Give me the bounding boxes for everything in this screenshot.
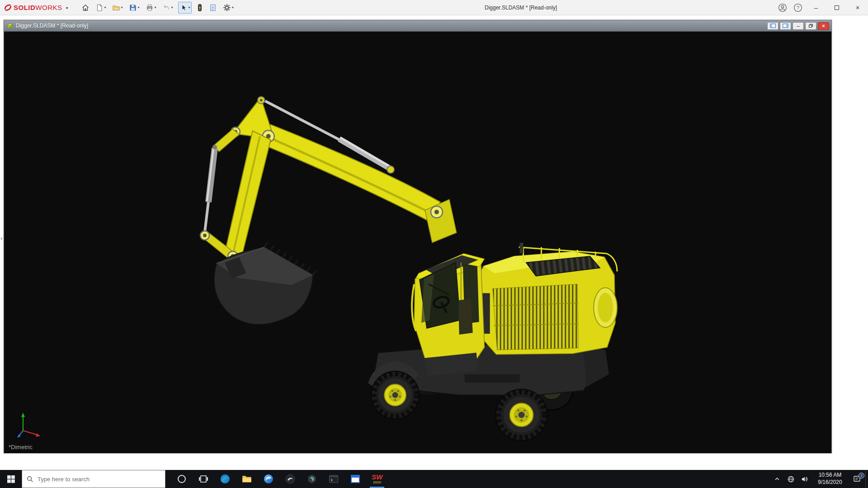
document-title: Digger.SLDASM * [Read-only] bbox=[16, 23, 88, 29]
screen: SOLIDWORKS ▸ ▾ bbox=[0, 0, 868, 488]
windows-taskbar: SW 2020 bbox=[0, 470, 868, 488]
round-app-button[interactable] bbox=[279, 470, 301, 488]
network-button[interactable] bbox=[784, 470, 797, 488]
document-titlebar[interactable]: Digger.SLDASM * [Read-only] – bbox=[4, 20, 831, 31]
task-view-button[interactable] bbox=[193, 470, 214, 488]
cortana-button[interactable] bbox=[171, 470, 193, 488]
account-icon bbox=[778, 3, 788, 13]
file-explorer-icon bbox=[241, 474, 252, 484]
pane-right-button[interactable] bbox=[780, 22, 791, 30]
start-button[interactable] bbox=[0, 470, 22, 488]
help-icon: ? bbox=[793, 3, 803, 13]
rebuild-stoplight-icon bbox=[197, 4, 203, 12]
view-orientation-label: *Dimetric bbox=[9, 444, 33, 450]
show-desktop-button[interactable] bbox=[865, 470, 868, 488]
system-tray: 10:56 AM 9/16/2020 2 bbox=[770, 470, 868, 488]
save-icon bbox=[129, 4, 137, 12]
brand-expand-arrow-icon[interactable]: ▸ bbox=[66, 5, 69, 10]
rebuild-button[interactable] bbox=[196, 2, 204, 13]
browser-button[interactable] bbox=[258, 470, 279, 488]
notification-badge: 2 bbox=[859, 473, 864, 479]
select-tool-button[interactable]: ▾ bbox=[178, 2, 192, 14]
pane-left-button[interactable] bbox=[767, 22, 778, 30]
undo-button[interactable]: ▾ bbox=[161, 2, 174, 13]
options-dropdown-arrow-icon[interactable]: ▾ bbox=[232, 5, 234, 9]
maximize-button[interactable] bbox=[826, 0, 847, 15]
brand-text: SOLIDWORKS bbox=[14, 4, 62, 11]
open-button[interactable]: ▾ bbox=[111, 2, 124, 13]
doc-close-button[interactable]: × bbox=[818, 22, 829, 30]
file-explorer-button[interactable] bbox=[236, 470, 258, 488]
taskbar-search[interactable] bbox=[22, 470, 165, 488]
app-title: Digger.SLDASM * [Read-only] bbox=[485, 0, 557, 15]
tray-expand-button[interactable] bbox=[770, 470, 784, 488]
search-input[interactable] bbox=[38, 476, 146, 483]
new-document-button[interactable]: ▾ bbox=[94, 2, 107, 13]
save-dropdown-arrow-icon[interactable]: ▾ bbox=[138, 5, 140, 9]
doc-minimize-button[interactable]: – bbox=[793, 22, 804, 30]
doc-restore-icon bbox=[809, 24, 813, 28]
front-wheel bbox=[371, 371, 419, 419]
terminal-icon bbox=[328, 474, 339, 484]
network-globe-icon bbox=[787, 475, 795, 483]
close-button[interactable]: × bbox=[847, 0, 868, 15]
chevron-up-icon bbox=[774, 476, 780, 482]
volume-button[interactable] bbox=[797, 470, 811, 488]
browser-icon bbox=[263, 474, 274, 484]
speaker-icon bbox=[801, 475, 808, 483]
edge-icon bbox=[220, 474, 231, 484]
orientation-triad bbox=[14, 411, 46, 441]
help-button[interactable]: ? bbox=[790, 0, 806, 15]
print-dropdown-arrow-icon[interactable]: ▾ bbox=[155, 5, 156, 9]
graphics-viewport[interactable]: *Dimetric bbox=[4, 31, 831, 453]
undo-icon bbox=[162, 4, 170, 12]
options-button[interactable]: ▾ bbox=[222, 2, 235, 13]
edrawings-hexagon-icon bbox=[307, 474, 317, 484]
new-document-icon bbox=[95, 4, 104, 12]
action-center-button[interactable]: 2 bbox=[849, 470, 865, 488]
window-app-button[interactable] bbox=[344, 470, 366, 488]
account-button[interactable] bbox=[775, 0, 790, 15]
quick-access-toolbar: ▾ ▾ ▾ bbox=[80, 0, 235, 15]
edge-button[interactable] bbox=[214, 470, 236, 488]
options-gear-icon bbox=[223, 4, 231, 12]
terminal-button[interactable] bbox=[323, 470, 344, 488]
document-window: Digger.SLDASM * [Read-only] – bbox=[4, 20, 832, 453]
window-app-icon bbox=[350, 474, 361, 484]
assembly-document-icon bbox=[6, 22, 14, 29]
doc-restore-button[interactable] bbox=[805, 22, 816, 30]
print-button[interactable]: ▾ bbox=[145, 2, 157, 13]
minimize-button[interactable]: – bbox=[806, 0, 826, 15]
print-icon bbox=[146, 4, 154, 12]
select-cursor-icon bbox=[179, 4, 188, 12]
pane-right-icon bbox=[783, 23, 788, 28]
clock-date: 9/16/2020 bbox=[811, 479, 849, 486]
file-properties-icon bbox=[209, 4, 217, 12]
svg-text:?: ? bbox=[797, 5, 799, 10]
cortana-icon bbox=[177, 474, 187, 484]
round-app-icon bbox=[285, 474, 296, 484]
undo-dropdown-arrow-icon[interactable]: ▾ bbox=[171, 5, 173, 9]
featuremanager-collapse-arrow[interactable]: ‹ bbox=[0, 235, 3, 241]
home-button[interactable] bbox=[80, 2, 90, 13]
titlebar-right: ? – × bbox=[775, 0, 868, 15]
edrawings-button[interactable] bbox=[301, 470, 323, 488]
solidworks-brand[interactable]: SOLIDWORKS ▸ bbox=[4, 3, 69, 12]
open-dropdown-arrow-icon[interactable]: ▾ bbox=[121, 5, 123, 9]
task-view-icon bbox=[198, 474, 208, 484]
app-titlebar: SOLIDWORKS ▸ ▾ bbox=[0, 0, 868, 15]
file-properties-button[interactable] bbox=[208, 2, 218, 13]
rear-wheel bbox=[496, 389, 547, 441]
excavator-model bbox=[4, 32, 831, 453]
solidworks-app-button[interactable]: SW 2020 bbox=[366, 470, 388, 488]
clock-time: 10:56 AM bbox=[811, 472, 849, 479]
maximize-icon bbox=[835, 5, 839, 10]
solidworks-logo-icon bbox=[4, 3, 12, 12]
home-icon bbox=[81, 4, 90, 12]
solidworks-taskbar-icon: SW 2020 bbox=[372, 474, 382, 484]
pane-left-icon bbox=[770, 23, 776, 28]
select-dropdown-arrow-icon[interactable]: ▾ bbox=[189, 5, 190, 9]
new-dropdown-arrow-icon[interactable]: ▾ bbox=[104, 5, 106, 9]
save-button[interactable]: ▾ bbox=[128, 2, 141, 13]
taskbar-clock[interactable]: 10:56 AM 9/16/2020 bbox=[811, 472, 849, 486]
